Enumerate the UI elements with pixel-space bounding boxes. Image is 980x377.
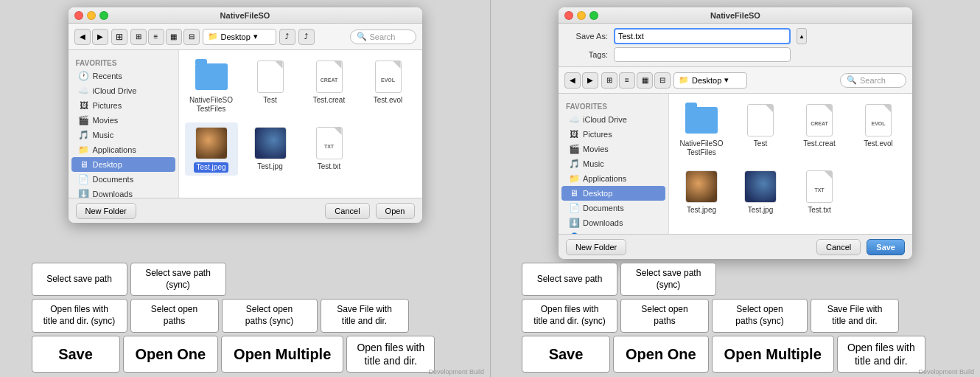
column-view[interactable]: ▦ [166, 29, 182, 45]
icon-view[interactable]: ⊞ [130, 29, 147, 45]
search-bar[interactable]: 🔍 Search [350, 30, 416, 44]
back-button[interactable]: ◀ [564, 72, 581, 89]
cancel-button[interactable]: Cancel [325, 203, 369, 219]
sidebar-item-pictures[interactable]: 🖼 Pictures [71, 98, 175, 113]
sidebar-item-keiwan[interactable]: 👤 Keiwan [561, 230, 665, 234]
sidebar-item-icloud[interactable]: ☁️ iCloud Drive [561, 112, 665, 127]
sidebar-label: Documents [583, 204, 624, 212]
icloud-icon: ☁️ [569, 114, 579, 125]
sidebar-item-pictures[interactable]: 🖼 Pictures [561, 127, 665, 142]
search-bar[interactable]: 🔍 Search [840, 73, 906, 88]
sidebar-item-movies[interactable]: 🎬 Movies [561, 142, 665, 156]
sidebar-item-desktop[interactable]: 🖥 Desktop [561, 186, 665, 201]
save-as-input[interactable] [614, 28, 791, 44]
select-open-paths-button[interactable]: Select openpaths [130, 299, 219, 332]
sidebar-item-music[interactable]: 🎵 Music [561, 156, 665, 171]
sidebar-item-downloads[interactable]: ⬇️ Downloads [561, 215, 665, 230]
file-item-test[interactable]: Test [734, 100, 787, 160]
action-button[interactable]: ⤴ [279, 29, 295, 45]
minimize-button[interactable] [87, 11, 96, 20]
file-item-test-evol[interactable]: EVOL Test.evol [362, 56, 415, 117]
open-files-title-dir-sync-button[interactable]: Open files withtitle and dir. (sync) [32, 299, 127, 332]
new-folder-button[interactable]: New Folder [76, 203, 136, 219]
maximize-button[interactable] [589, 11, 598, 20]
open-button[interactable]: Open [376, 203, 415, 219]
file-item-test-creat[interactable]: CREAT Test.creat [303, 56, 356, 117]
open-one-button[interactable]: Open One [123, 336, 219, 373]
open-files-title-dir-sync-button[interactable]: Open files withtitle and dir. (sync) [522, 299, 617, 332]
title-bar: NativeFileSO [69, 7, 422, 24]
tags-row: Tags: [567, 47, 903, 62]
save-file-title-dir-button[interactable]: Save File withtitle and dir. [321, 299, 409, 332]
save-button[interactable]: Save [522, 336, 610, 373]
save-button[interactable]: Save [32, 336, 120, 373]
sidebar-item-icloud[interactable]: ☁️ iCloud Drive [71, 83, 175, 98]
dropdown-arrow: ▾ [253, 32, 258, 41]
select-save-path-sync-button[interactable]: Select save path(sync) [620, 263, 716, 296]
select-open-paths-sync-button[interactable]: Select openpaths (sync) [222, 299, 318, 332]
sidebar-item-downloads[interactable]: ⬇️ Downloads [71, 187, 175, 198]
back-button[interactable]: ◀ [74, 29, 91, 45]
minimize-button[interactable] [577, 11, 586, 20]
column-view[interactable]: ▦ [637, 72, 653, 89]
sidebar-item-documents[interactable]: 📄 Documents [71, 172, 175, 187]
sidebar-item-music[interactable]: 🎵 Music [71, 128, 175, 142]
sidebar-item-documents[interactable]: 📄 Documents [561, 201, 665, 215]
file-item-test-evol[interactable]: EVOL Test.evol [852, 100, 905, 160]
file-name: Test [263, 96, 276, 105]
open-files-title-dir-button[interactable]: Open files withtitle and dir. [346, 336, 435, 373]
cancel-button[interactable]: Cancel [816, 239, 861, 255]
sidebar-item-applications[interactable]: 📁 Applications [71, 142, 175, 157]
location-bar[interactable]: 📁 Desktop ▾ [203, 29, 276, 45]
open-multiple-button[interactable]: Open Multiple [221, 336, 343, 373]
share-button[interactable]: ⤴ [298, 29, 315, 45]
file-icon-evol: EVOL [371, 59, 406, 94]
file-item-test-jpg[interactable]: Test.jpg [734, 166, 787, 218]
open-files-title-dir-button[interactable]: Open files withtitle and dir. [837, 336, 925, 373]
icon-view[interactable]: ⊞ [601, 72, 617, 89]
forward-button[interactable]: ▶ [582, 72, 598, 89]
forward-button[interactable]: ▶ [92, 29, 108, 45]
gallery-view[interactable]: ⊟ [183, 29, 200, 45]
open-multiple-button[interactable]: Open Multiple [712, 336, 834, 373]
file-item-test-creat[interactable]: CREAT Test.creat [793, 100, 846, 160]
sidebar-item-movies[interactable]: 🎬 Movies [71, 113, 175, 128]
save-button[interactable]: Save [867, 239, 905, 255]
footer-action-buttons: Cancel Save [816, 239, 905, 255]
file-item-nativefileso[interactable]: NativeFileSOTestFiles [185, 56, 238, 117]
icloud-icon: ☁️ [79, 86, 89, 96]
sidebar-label: Documents [93, 175, 134, 184]
folder-icon-large [684, 103, 719, 138]
sidebar-label: Recents [93, 72, 122, 80]
select-open-paths-sync-button[interactable]: Select openpaths (sync) [712, 299, 808, 332]
gallery-view[interactable]: ⊟ [654, 72, 671, 89]
select-save-path-button[interactable]: Select save path [522, 263, 617, 296]
list-view[interactable]: ≡ [619, 72, 635, 89]
file-item-test-jpg[interactable]: Test.jpg [244, 122, 297, 176]
sidebar-item-recents[interactable]: 🕐 Recents [71, 69, 175, 83]
close-button[interactable] [564, 11, 573, 20]
file-item-test-txt[interactable]: TXT Test.txt [793, 166, 846, 218]
select-save-path-sync-button[interactable]: Select save path(sync) [130, 263, 226, 296]
close-button[interactable] [74, 11, 83, 20]
file-item-test[interactable]: Test [244, 56, 297, 117]
title-bar: NativeFileSO [559, 7, 912, 24]
location-bar[interactable]: 📁 Desktop ▾ [673, 72, 747, 89]
sidebar-item-desktop[interactable]: 🖥 Desktop [71, 157, 175, 172]
maximize-button[interactable] [99, 11, 108, 20]
sidebar-toggle[interactable]: ⊞ [111, 29, 127, 45]
file-item-test-jpeg[interactable]: Test.jpeg [185, 122, 238, 176]
save-as-stepper[interactable]: ▲ [797, 28, 807, 44]
list-view[interactable]: ≡ [148, 29, 164, 45]
open-one-button[interactable]: Open One [613, 336, 709, 373]
sidebar-item-applications[interactable]: 📁 Applications [561, 171, 665, 186]
new-folder-button[interactable]: New Folder [566, 239, 626, 255]
file-item-test-jpeg[interactable]: Test.jpeg [675, 166, 728, 218]
select-save-path-button[interactable]: Select save path [32, 263, 127, 296]
file-item-nativefileso[interactable]: NativeFileSOTestFiles [675, 100, 728, 160]
save-file-title-dir-button[interactable]: Save File withtitle and dir. [811, 299, 899, 332]
sidebar-label: Desktop [93, 160, 122, 169]
file-item-test-txt[interactable]: TXT Test.txt [303, 122, 356, 176]
folder-icon-sm: 📁 [679, 75, 689, 85]
select-open-paths-button[interactable]: Select openpaths [620, 299, 709, 332]
